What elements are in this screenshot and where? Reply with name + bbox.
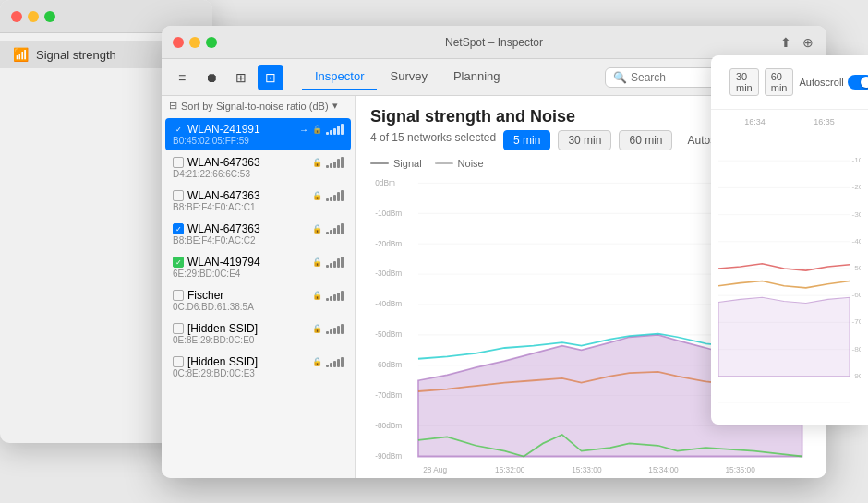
network-name-5: Fischer (187, 289, 308, 302)
mini-x-label-1: 16:35 (814, 117, 835, 126)
lock-icon-3: 🔒 (312, 224, 322, 234)
svg-text:-70: -70 (852, 318, 861, 326)
time-btn-5min[interactable]: 5 min (503, 130, 550, 150)
network-item-3[interactable]: ✓ WLAN-647363 🔒 B8:BE:F4:F0:AC:C2 (165, 218, 351, 250)
mini-toggle-knob (861, 77, 868, 88)
network-name-3: WLAN-647363 (187, 222, 308, 235)
arrow-icon-0: → (299, 125, 308, 135)
maximize-btn[interactable] (206, 37, 217, 48)
tab-planning[interactable]: Planning (440, 64, 513, 90)
toolbar-menu-btn[interactable]: ≡ (169, 65, 195, 90)
legend-noise: Noise (435, 158, 484, 169)
toolbar-layout-btn[interactable]: ⊡ (258, 65, 283, 90)
svg-text:15:33:00: 15:33:00 (572, 465, 601, 475)
network-name-2: WLAN-647363 (187, 189, 308, 202)
toolbar-grid-btn[interactable]: ⊞ (228, 65, 254, 90)
title-bar-controls: ⬆ ⊕ (778, 35, 815, 50)
legend-noise-line (435, 162, 453, 164)
minimize-btn[interactable] (189, 37, 200, 48)
chart-subtitle: 4 of 15 networks selected (370, 131, 496, 144)
lock-icon-4: 🔒 (312, 257, 322, 267)
svg-text:-10dBm: -10dBm (375, 208, 402, 218)
window-action-icon[interactable]: ⊕ (801, 35, 815, 50)
search-icon: 🔍 (613, 71, 627, 84)
svg-text:-60dBm: -60dBm (375, 360, 402, 370)
lock-icon-2: 🔒 (312, 191, 322, 200)
nav-tabs: Inspector Survey Planning (302, 64, 513, 90)
lock-icon-6: 🔒 (312, 324, 322, 333)
svg-text:-60: -60 (852, 292, 861, 299)
sidebar-max-btn[interactable] (44, 11, 55, 22)
signal-bars-5 (326, 290, 344, 301)
signal-bars-6 (326, 323, 344, 334)
check-icon-3: ✓ (173, 223, 184, 234)
network-item-1[interactable]: WLAN-647363 🔒 D4:21:22:66:6C:53 (165, 151, 351, 184)
network-name-6: [Hidden SSID] (187, 322, 308, 335)
svg-text:-80: -80 (852, 345, 861, 353)
svg-text:-50: -50 (852, 265, 861, 272)
toolbar-record-btn[interactable]: ⏺ (199, 65, 224, 90)
time-btn-30min[interactable]: 30 min (558, 130, 611, 150)
svg-text:28 Aug: 28 Aug (423, 465, 447, 475)
svg-text:-70dBm: -70dBm (375, 390, 402, 401)
svg-text:-80dBm: -80dBm (375, 420, 402, 430)
sidebar-min-btn[interactable] (28, 11, 39, 22)
legend-signal-line (370, 162, 389, 164)
network-mac-6: 0E:8E:29:BD:0C:E0 (173, 335, 344, 345)
network-mac-5: 0C:D6:BD:61:38:5A (173, 302, 344, 312)
lock-icon-1: 🔒 (312, 158, 322, 167)
network-mac-0: B0:45:02:05:FF:59 (173, 136, 344, 146)
sidebar-traffic-lights (11, 11, 55, 22)
signal-bars-2 (326, 190, 344, 201)
mini-x-label-0: 16:34 (744, 117, 766, 126)
signal-bars-4 (326, 257, 344, 268)
window-title: NetSpot – Inspector (445, 36, 543, 49)
svg-text:15:34:00: 15:34:00 (648, 465, 678, 475)
time-btn-60min[interactable]: 60 min (619, 130, 672, 150)
window-share-icon[interactable]: ⬆ (778, 35, 793, 50)
check-icon-6 (173, 323, 184, 334)
mini-autoscroll: Autoscroll (799, 75, 868, 90)
mini-autoscroll-label: Autoscroll (799, 77, 843, 88)
sidebar-item-label: Signal strength (36, 48, 116, 62)
check-icon-2 (173, 190, 184, 201)
svg-text:-40dBm: -40dBm (375, 299, 402, 309)
tab-survey[interactable]: Survey (377, 64, 440, 90)
mini-panel-body: 16:34 16:35 (711, 110, 868, 411)
svg-text:-20: -20 (852, 184, 861, 191)
mini-autoscroll-toggle[interactable] (848, 75, 868, 90)
mini-panel-header: 30 min 60 min Autoscroll (711, 55, 868, 110)
legend-signal-label: Signal (393, 158, 422, 169)
tab-inspector[interactable]: Inspector (302, 64, 377, 90)
sidebar-close-btn[interactable] (11, 11, 22, 22)
network-mac-1: D4:21:22:66:6C:53 (173, 169, 344, 179)
left-panel: ⊟ Sort by Signal-to-noise ratio (dB) ▾ ✓… (162, 96, 356, 478)
network-name-1: WLAN-647363 (187, 156, 308, 169)
signal-bars-3 (326, 223, 344, 234)
check-icon-4: ✓ (173, 257, 184, 268)
sort-label: Sort by Signal-to-noise ratio (dB) (181, 101, 329, 112)
svg-text:0dBm: 0dBm (375, 177, 395, 187)
close-btn[interactable] (173, 37, 184, 48)
network-mac-4: 6E:29:BD:0C:E4 (173, 269, 344, 279)
network-item-2[interactable]: WLAN-647363 🔒 B8:BE:F4:F0:AC:C1 (165, 185, 351, 217)
mini-time-60min[interactable]: 60 min (765, 68, 794, 96)
network-item-6[interactable]: [Hidden SSID] 🔒 0E:8E:29:BD:0C:E0 (165, 317, 351, 350)
sort-bar[interactable]: ⊟ Sort by Signal-to-noise ratio (dB) ▾ (162, 96, 355, 115)
svg-text:-90: -90 (852, 372, 861, 379)
title-bar: NetSpot – Inspector ⬆ ⊕ (162, 26, 826, 59)
svg-text:15:32:00: 15:32:00 (495, 465, 524, 475)
legend-signal: Signal (370, 158, 422, 169)
network-item-5[interactable]: Fischer 🔒 0C:D6:BD:61:38:5A (165, 284, 351, 317)
svg-text:15:35:00: 15:35:00 (725, 465, 754, 475)
network-list: ✓ WLAN-241991 → 🔒 B0:45:02:05:FF:59 (162, 115, 355, 386)
signal-bars-0 (326, 124, 344, 135)
network-name-7: [Hidden SSID] (187, 355, 308, 368)
network-item-4[interactable]: ✓ WLAN-419794 🔒 6E:29:BD:0C:E4 (165, 251, 351, 283)
network-item-0[interactable]: ✓ WLAN-241991 → 🔒 B0:45:02:05:FF:59 (165, 118, 351, 150)
mini-chart-area: -10 -20 -30 -40 -50 -60 -70 -80 -90 (711, 130, 868, 407)
signal-bars-1 (326, 157, 344, 168)
network-name-0: WLAN-241991 (187, 123, 295, 136)
mini-time-30min[interactable]: 30 min (729, 68, 759, 96)
network-item-7[interactable]: [Hidden SSID] 🔒 0C:8E:29:BD:0C:E3 (165, 351, 351, 383)
